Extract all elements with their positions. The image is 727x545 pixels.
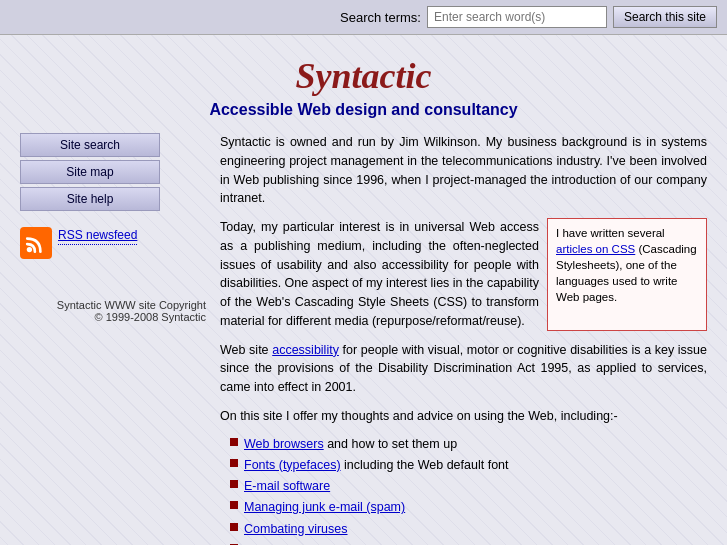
- nav-site-help[interactable]: Site help: [20, 187, 160, 211]
- search-input[interactable]: [427, 6, 607, 28]
- spam-link[interactable]: Managing junk e-mail (spam): [244, 500, 405, 514]
- page-wrapper: Syntactic Accessible Web design and cons…: [0, 35, 727, 545]
- email-software-link[interactable]: E-mail software: [244, 479, 330, 493]
- main-layout: Site search Site map Site help RSS newsf…: [20, 133, 707, 545]
- bullet-icon: [230, 523, 238, 531]
- list-item: E-mail software: [230, 476, 707, 497]
- copyright: Syntactic WWW site Copyright © 1999-2008…: [20, 299, 206, 323]
- rss-link[interactable]: RSS newsfeed: [58, 227, 137, 245]
- nav-buttons: Site search Site map Site help: [20, 133, 206, 211]
- search-label: Search terms:: [340, 10, 421, 25]
- intro-paragraph: Syntactic is owned and run by Jim Wilkin…: [220, 133, 707, 208]
- list-item: Web browsers and how to set them up: [230, 434, 707, 455]
- copyright-line1: Syntactic WWW site Copyright: [20, 299, 206, 311]
- copyright-line2: © 1999-2008 Syntactic: [20, 311, 206, 323]
- second-paragraph: Today, my particular interest is in univ…: [220, 218, 539, 331]
- main-content: Syntactic is owned and run by Jim Wilkin…: [220, 133, 707, 545]
- list-item: Web advertising and how to regain contro…: [230, 540, 707, 545]
- nav-site-map[interactable]: Site map: [20, 160, 160, 184]
- third-paragraph: Web site accessibility for people with v…: [220, 341, 707, 397]
- search-button[interactable]: Search this site: [613, 6, 717, 28]
- rss-section: RSS newsfeed: [20, 227, 206, 259]
- search-bar: Search terms: Search this site: [0, 0, 727, 35]
- bullet-icon: [230, 480, 238, 488]
- second-para-wrapper: Today, my particular interest is in univ…: [220, 218, 707, 331]
- site-title: Syntactic: [20, 45, 707, 101]
- svg-point-0: [27, 247, 32, 252]
- list-item: Fonts (typefaces) including the Web defa…: [230, 455, 707, 476]
- fonts-link[interactable]: Fonts (typefaces): [244, 458, 341, 472]
- css-callout: I have written several articles on CSS (…: [547, 218, 707, 331]
- bullet-icon: [230, 501, 238, 509]
- fourth-paragraph: On this site I offer my thoughts and adv…: [220, 407, 707, 426]
- bullet-icon: [230, 459, 238, 467]
- viruses-link[interactable]: Combating viruses: [244, 522, 348, 536]
- site-subtitle: Accessible Web design and consultancy: [20, 101, 707, 119]
- list-item: Managing junk e-mail (spam): [230, 497, 707, 518]
- nav-site-search[interactable]: Site search: [20, 133, 160, 157]
- bullet-icon: [230, 438, 238, 446]
- left-sidebar: Site search Site map Site help RSS newsf…: [20, 133, 220, 545]
- accessibility-link[interactable]: accessibility: [272, 343, 339, 357]
- rss-svg: [25, 232, 47, 254]
- css-articles-link[interactable]: articles on CSS: [556, 243, 635, 255]
- rss-icon: [20, 227, 52, 259]
- web-browsers-link[interactable]: Web browsers: [244, 437, 324, 451]
- bullet-list: Web browsers and how to set them up Font…: [220, 434, 707, 546]
- list-item: Combating viruses: [230, 519, 707, 540]
